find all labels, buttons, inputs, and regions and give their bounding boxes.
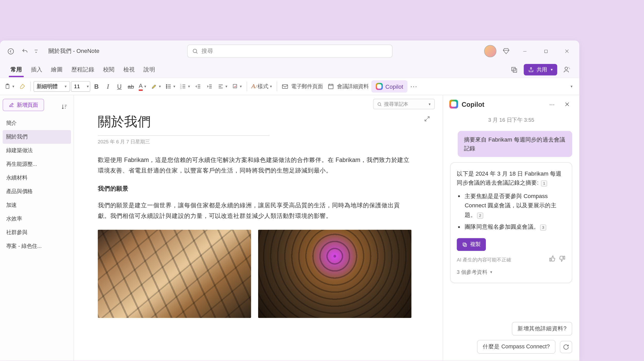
svg-text:3: 3 <box>180 87 181 89</box>
close-button[interactable] <box>558 45 576 57</box>
note-paragraph[interactable]: 我們的願景是建立一個世界，讓每個住家都是永續的綠洲，讓居民享受高品質的生活，同時… <box>98 200 412 221</box>
note-canvas[interactable]: 搜尋筆記本 ▾ 關於我們 2025 年 6 月 7 日星期三 歡迎使用 Fabr… <box>74 95 443 360</box>
maximize-button[interactable] <box>537 45 554 57</box>
page-item[interactable]: 關於我們 <box>3 130 71 144</box>
highlight-button[interactable]: ▾ <box>149 80 163 93</box>
font-size-select[interactable]: 11▾ <box>71 81 90 92</box>
premium-icon[interactable] <box>500 45 512 57</box>
copilot-more-button[interactable]: ··· <box>546 98 558 110</box>
ribbon-tab-history[interactable]: 歷程記錄 <box>69 63 97 76</box>
svg-rect-3 <box>512 67 515 71</box>
copilot-close-button[interactable] <box>561 98 573 110</box>
note-paragraph[interactable]: 歡迎使用 Fabrikam，這是您信賴的可永續住宅解決方案和綠色建築做法的合作夥… <box>98 155 412 176</box>
copilot-chat-icon[interactable] <box>561 63 573 76</box>
indent-button[interactable] <box>204 80 215 93</box>
copilot-header: Copilot ··· <box>443 95 579 113</box>
notebook-search[interactable]: 搜尋筆記本 ▾ <box>373 99 435 109</box>
copilot-body: 3 月 16 日下午 3:55 摘要來自 Fabrikam 每週同步的過去會議記… <box>443 113 579 317</box>
tags-button[interactable]: ▾ <box>230 80 244 93</box>
align-button[interactable]: ▾ <box>216 80 229 93</box>
fullscreen-icon[interactable] <box>424 116 430 124</box>
ribbon-collapse-button[interactable]: ▾ <box>566 80 577 93</box>
ribbon-tab-view[interactable]: 檢視 <box>121 63 138 76</box>
ribbon-tabs: 常用 插入 繪圖 歷程記錄 校閱 檢視 說明 共用 ▾ <box>0 62 579 78</box>
title-underline <box>98 135 270 136</box>
ribbon-tab-help[interactable]: 說明 <box>141 63 158 76</box>
back-icon[interactable] <box>4 45 17 57</box>
svg-point-1 <box>193 49 197 53</box>
bold-button[interactable]: B <box>91 80 102 93</box>
svg-point-10 <box>166 88 167 88</box>
copy-button[interactable]: 複製 <box>457 238 486 251</box>
page-item[interactable]: 水效率 <box>3 212 71 226</box>
thumbs-up-icon[interactable] <box>549 256 556 264</box>
svg-text:1: 1 <box>180 84 181 86</box>
customize-qat-icon[interactable] <box>33 45 40 57</box>
ribbon-tab-insert[interactable]: 插入 <box>28 63 45 76</box>
ribbon-tab-draw[interactable]: 繪圖 <box>48 63 65 76</box>
page-item[interactable]: 專案 - 綠色住... <box>3 240 71 253</box>
bullet-list-button[interactable]: ▾ <box>164 80 177 93</box>
note-image-1[interactable] <box>98 230 251 318</box>
note-image-2[interactable] <box>258 230 411 318</box>
copilot-timestamp: 3 月 16 日下午 3:55 <box>450 116 572 124</box>
strikethrough-button[interactable]: ab <box>125 80 136 93</box>
page-item[interactable]: 綠建築做法 <box>3 144 71 157</box>
note-heading[interactable]: 我們的願景 <box>98 184 412 194</box>
more-tools-button[interactable]: ··· <box>409 80 419 93</box>
sort-pages-button[interactable] <box>60 101 69 113</box>
page-item[interactable]: 再生能源整... <box>3 157 71 171</box>
suggestion-pill[interactable]: 新增其他詳細資料? <box>512 322 572 335</box>
svg-rect-2 <box>544 50 547 53</box>
styles-button[interactable]: A⁄樣式▾ <box>250 80 274 93</box>
copilot-title: Copilot <box>462 100 484 108</box>
undo-icon[interactable] <box>19 45 31 57</box>
ribbon-tab-home[interactable]: 常用 <box>8 63 25 76</box>
note-date: 2025 年 6 月 7 日星期三 <box>98 138 412 145</box>
font-color-button[interactable]: A▾ <box>137 80 148 93</box>
reference-badge[interactable]: 3 <box>540 225 546 231</box>
svg-text:2: 2 <box>180 86 181 87</box>
copy-icon <box>462 242 468 247</box>
page-item[interactable]: 產品與價格 <box>3 185 71 198</box>
chevron-down-icon: ▾ <box>490 269 493 275</box>
copilot-ribbon-button[interactable]: Copilot <box>371 80 408 93</box>
numbered-list-button[interactable]: 123▾ <box>178 80 192 93</box>
references-toggle[interactable]: 3 個參考資料 ▾ <box>457 268 565 276</box>
reference-badge[interactable]: 1 <box>541 180 547 187</box>
open-in-app-icon[interactable] <box>508 63 520 76</box>
page-item[interactable]: 永續材料 <box>3 171 71 185</box>
font-family-select[interactable]: 新細明體▾ <box>33 81 70 92</box>
page-item[interactable]: 簡介 <box>3 116 71 130</box>
svg-rect-4 <box>513 69 517 72</box>
refresh-suggestions-button[interactable] <box>560 341 572 353</box>
format-painter-tool[interactable] <box>17 80 28 93</box>
minimize-button[interactable] <box>516 45 533 57</box>
global-search[interactable]: 搜尋 <box>187 45 392 58</box>
suggestion-pill[interactable]: 什麼是 Compass Connect? <box>477 340 555 354</box>
reference-badge[interactable]: 2 <box>477 212 483 219</box>
page-item[interactable]: 加速 <box>3 199 71 212</box>
note-title[interactable]: 關於我們 <box>98 113 412 135</box>
thumbs-down-icon[interactable] <box>559 256 566 264</box>
user-avatar[interactable] <box>484 45 496 57</box>
ai-bullet: 主要焦點是是否要參與 Compass Connect 圓桌會議，以及要展示的主題… <box>465 191 566 220</box>
title-bar: 關於我們 - OneNote 搜尋 <box>0 40 579 62</box>
share-icon <box>528 67 534 72</box>
new-page-button[interactable]: 新增頁面 <box>3 99 44 111</box>
clipboard-tool[interactable]: ▾ <box>3 80 16 93</box>
search-placeholder: 搜尋 <box>201 47 213 55</box>
note-body[interactable]: 歡迎使用 Fabrikam，這是您信賴的可永續住宅解決方案和綠色建築做法的合作夥… <box>98 155 412 318</box>
share-button[interactable]: 共用 ▾ <box>524 64 557 75</box>
underline-button[interactable]: U <box>114 80 125 93</box>
page-item[interactable]: 社群參與 <box>3 226 71 240</box>
email-page-button[interactable]: 電子郵件頁面 <box>280 80 325 93</box>
italic-button[interactable]: I <box>103 80 113 93</box>
ribbon-tab-review[interactable]: 校閱 <box>100 63 117 76</box>
ai-response-card: 以下是 2024 年 3 月 18 日 Fabrikam 每週同步會議的過去會議… <box>450 162 572 283</box>
edit-icon <box>9 102 14 108</box>
outdent-button[interactable] <box>193 80 203 93</box>
svg-rect-15 <box>282 85 288 88</box>
meeting-details-button[interactable]: 會議詳細資料 <box>326 80 370 93</box>
window-title: 關於我們 - OneNote <box>48 47 99 55</box>
